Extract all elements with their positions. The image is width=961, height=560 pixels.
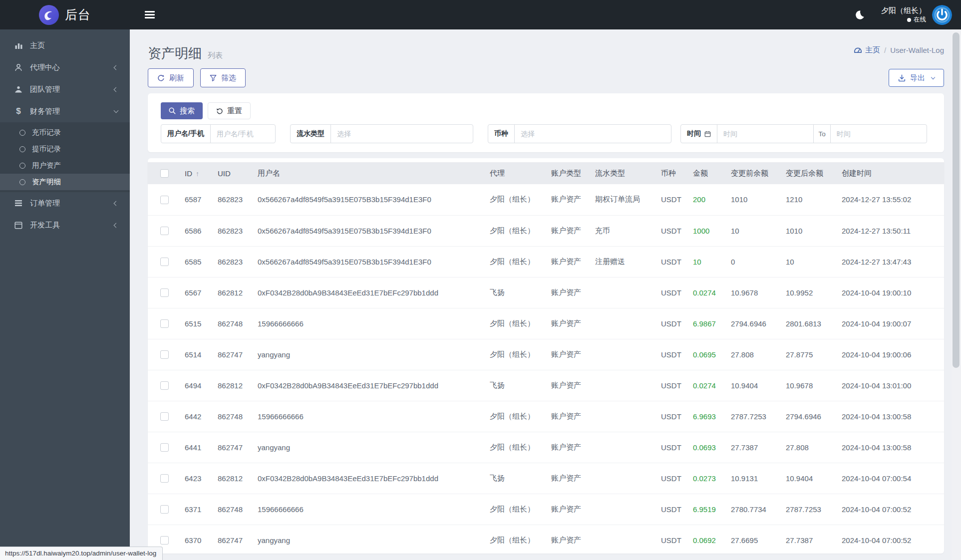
cell-uid: 862812 [213, 463, 253, 494]
refresh-button[interactable]: 刷新 [148, 68, 194, 87]
cell-before-balance: 2780.7734 [726, 494, 781, 525]
row-checkbox[interactable] [160, 196, 169, 204]
column-header-id[interactable]: ID↑ [180, 162, 213, 184]
cell-account-type: 账户资产 [546, 463, 590, 494]
coin-select[interactable] [515, 125, 671, 143]
user-icon [13, 63, 23, 72]
cell-agent: 夕阳（组长） [485, 401, 546, 432]
logo-swirl-icon [39, 5, 59, 25]
export-button[interactable]: 导出 [889, 69, 944, 87]
row-checkbox[interactable] [160, 350, 169, 359]
column-header-after-balance: 变更后余额 [781, 162, 837, 184]
refresh-icon [157, 74, 165, 82]
sidebar-item-asset-details[interactable]: 资产明细 [0, 174, 130, 190]
breadcrumb-current: User-Wallet-Log [890, 46, 944, 54]
row-checkbox[interactable] [160, 227, 169, 235]
avatar[interactable] [932, 5, 952, 25]
cell-username: 0xF0342B28d0bA9B34843EeEd31E7bEFc297bb1d… [253, 277, 485, 308]
cell-created-at: 2024-10-04 13:00:58 [837, 401, 944, 432]
cell-created-at: 2024-12-27 13:50:11 [837, 215, 944, 246]
cell-after-balance: 27.7387 [781, 525, 837, 554]
vertical-scrollbar[interactable] [952, 29, 961, 560]
sidebar-item-team-management[interactable]: 团队管理 [0, 78, 130, 100]
sidebar-item-finance-management[interactable]: $ 财务管理 [0, 100, 130, 122]
sidebar-item-home[interactable]: 主页 [0, 34, 130, 56]
cell-account-type: 账户资产 [546, 401, 590, 432]
sidebar-item-withdraw-records[interactable]: 提币记录 [0, 141, 130, 157]
breadcrumb-home-link[interactable]: 主页 [854, 45, 880, 55]
cell-username: 0xF0342B28d0bA9B34843EeEd31E7bEFc297bb1d… [253, 370, 485, 401]
cell-username: 0x566267a4df8549f5a3915E075B3b15F394d1E3… [253, 246, 485, 277]
cell-coin: USDT [656, 308, 688, 339]
cell-id: 6515 [180, 308, 213, 339]
row-checkbox[interactable] [160, 258, 169, 266]
filter-panel: 搜索 重置 用户名/手机 流水类型 币种 时间 [148, 93, 944, 152]
cell-created-at: 2024-10-04 07:00:54 [837, 463, 944, 494]
cell-id: 6585 [180, 246, 213, 277]
select-all-checkbox[interactable] [160, 169, 169, 178]
cell-id: 6423 [180, 463, 213, 494]
table-row: 6494 862812 0xF0342B28d0bA9B34843EeEd31E… [148, 370, 944, 401]
cell-created-at: 2024-10-04 13:01:00 [837, 370, 944, 401]
username-input[interactable] [211, 125, 275, 143]
row-checkbox[interactable] [160, 536, 169, 545]
row-checkbox[interactable] [160, 288, 169, 297]
time-filter-label: 时间 [681, 125, 717, 143]
table-row: 6515 862748 15966666666 夕阳（组长） 账户资产 USDT… [148, 308, 944, 339]
cell-before-balance: 10.9678 [726, 277, 781, 308]
time-from-input[interactable] [717, 125, 813, 143]
cell-flow-type [590, 339, 656, 370]
cell-before-balance: 27.808 [726, 339, 781, 370]
cell-username: yangyang [253, 339, 485, 370]
dollar-icon: $ [13, 106, 23, 116]
column-header-before-balance: 变更前余额 [726, 162, 781, 184]
cell-uid: 862748 [213, 308, 253, 339]
cell-coin: USDT [656, 494, 688, 525]
cell-agent: 夕阳（组长） [485, 525, 546, 554]
flow-type-select[interactable] [331, 125, 473, 143]
cell-created-at: 2024-10-04 19:00:07 [837, 308, 944, 339]
column-header-flow-type: 流水类型 [590, 162, 656, 184]
sidebar-item-dev-tools[interactable]: 开发工具 [0, 214, 130, 236]
user-block[interactable]: 夕阳（组长） 在线 [881, 5, 926, 24]
gauge-icon [854, 46, 862, 54]
cell-uid: 862812 [213, 277, 253, 308]
cell-coin: USDT [656, 339, 688, 370]
bar-chart-icon [13, 41, 23, 49]
cell-after-balance: 10 [781, 246, 837, 277]
sidebar-item-agent-center[interactable]: 代理中心 [0, 56, 130, 78]
sidebar-item-deposit-records[interactable]: 充币记录 [0, 124, 130, 141]
scrollbar-thumb[interactable] [953, 32, 960, 368]
sidebar-item-user-assets[interactable]: 用户资产 [0, 157, 130, 174]
brand[interactable]: 后台 [0, 0, 130, 29]
hamburger-icon[interactable] [145, 9, 155, 20]
cell-flow-type [590, 277, 656, 308]
table-row: 6423 862812 0xF0342B28d0bA9B34843EeEd31E… [148, 463, 944, 494]
cell-flow-type [590, 370, 656, 401]
cell-agent: 夕阳（组长） [485, 308, 546, 339]
row-checkbox[interactable] [160, 381, 169, 390]
cell-account-type: 账户资产 [546, 184, 590, 215]
row-checkbox[interactable] [160, 505, 169, 514]
row-checkbox[interactable] [160, 412, 169, 421]
row-checkbox[interactable] [160, 319, 169, 328]
cell-username: 0xF0342B28d0bA9B34843EeEd31E7bEFc297bb1d… [253, 463, 485, 494]
time-to-input[interactable] [831, 125, 927, 143]
cell-uid: 862747 [213, 525, 253, 554]
search-button[interactable]: 搜索 [161, 102, 203, 119]
cell-flow-type [590, 308, 656, 339]
cell-id: 6441 [180, 432, 213, 463]
row-checkbox[interactable] [160, 443, 169, 452]
cell-account-type: 账户资产 [546, 339, 590, 370]
row-checkbox[interactable] [160, 474, 169, 483]
sidebar-item-order-management[interactable]: 订单管理 [0, 192, 130, 214]
cell-coin: USDT [656, 463, 688, 494]
cell-account-type: 账户资产 [546, 308, 590, 339]
filter-button[interactable]: 筛选 [200, 68, 246, 87]
online-dot-icon [907, 18, 911, 22]
cell-agent: 夕阳（组长） [485, 432, 546, 463]
cell-after-balance: 10.9404 [781, 463, 837, 494]
moon-icon[interactable] [854, 9, 865, 20]
column-header-account-type: 账户类型 [546, 162, 590, 184]
reset-button[interactable]: 重置 [208, 102, 251, 119]
